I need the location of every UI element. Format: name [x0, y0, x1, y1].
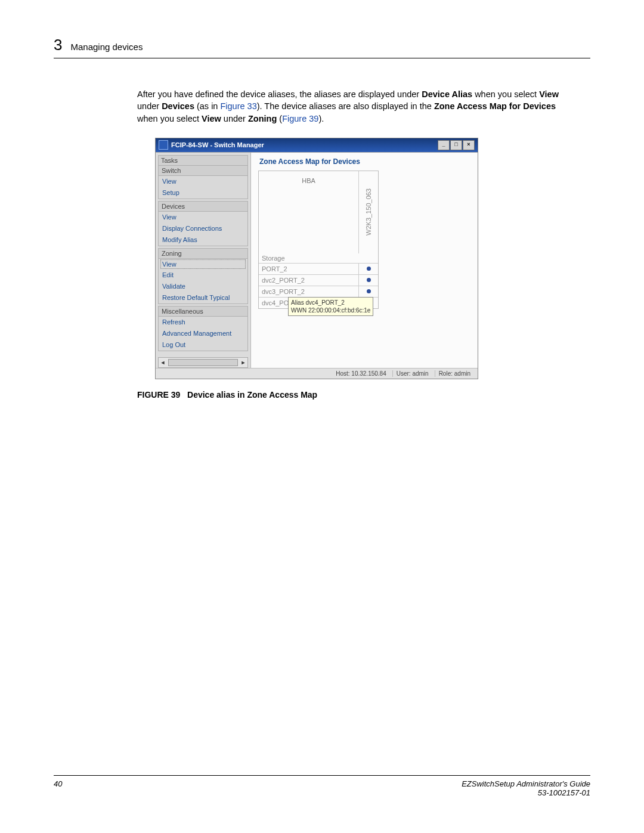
row-label: dvc2_PORT_2 [259, 275, 358, 286]
chapter-title: Managing devices [70, 42, 143, 52]
figure-title: Device alias in Zone Access Map [187, 390, 317, 400]
sidebar-item-edit[interactable]: Edit [159, 270, 247, 281]
page-header: 3 Managing devices [54, 36, 590, 58]
tooltip-alias: Alias dvc4_PORT_2 [291, 299, 370, 306]
sidebar-item-refresh[interactable]: Refresh [159, 317, 247, 328]
app-icon [159, 140, 168, 150]
sidebar-item-logout[interactable]: Log Out [159, 339, 247, 351]
zone-access-map: HBA W2K3_150_063 Storage PORT_2 dvc2_POR… [258, 171, 379, 309]
screenshot-window: FCIP-84-SW - Switch Manager _ □ × Tasks … [155, 138, 478, 379]
page-footer: 40 EZSwitchSetup Administrator's Guide 5… [54, 775, 590, 797]
text: under [137, 101, 162, 111]
text: ). [318, 114, 324, 123]
tooltip: Alias dvc4_PORT_2 WWN 22:00:00:04:cf:bd:… [288, 297, 373, 316]
text: (as in [194, 101, 221, 111]
figure-link-39[interactable]: Figure 39 [282, 114, 318, 123]
doc-number: 53-1002157-01 [462, 788, 590, 797]
text: when you select [472, 89, 539, 99]
dot-icon [367, 289, 371, 293]
text: when you select [137, 114, 202, 123]
status-role: Role: admin [435, 370, 474, 377]
sidebar-item-view[interactable]: View [159, 176, 247, 187]
sidebar-item-display-connections[interactable]: Display Connections [159, 223, 247, 234]
tooltip-wwn: WWN 22:00:00:04:cf:bd:6c:1e [291, 306, 370, 314]
sidebar-item-validate[interactable]: Validate [159, 281, 247, 292]
sidebar-item-restore-default[interactable]: Restore Default Typical [159, 292, 247, 304]
text: ). The device aliases are also displayed… [257, 101, 434, 111]
row-label: dvc3_PORT_2 [259, 286, 358, 297]
sidebar-item-setup[interactable]: Setup [159, 187, 247, 199]
text-bold: View [202, 114, 221, 123]
figure-link-33[interactable]: Figure 33 [220, 101, 256, 111]
hba-column-header: HBA [259, 171, 358, 253]
storage-label: Storage [259, 253, 378, 263]
window-titlebar[interactable]: FCIP-84-SW - Switch Manager _ □ × [156, 138, 478, 152]
status-user: User: admin [392, 370, 432, 377]
status-host: Host: 10.32.150.84 [332, 370, 390, 377]
body-paragraph: After you have defined the device aliase… [137, 88, 578, 125]
sidebar-item-advanced-management[interactable]: Advanced Management [159, 328, 247, 339]
chapter-number: 3 [54, 36, 62, 54]
group-header: Switch [159, 166, 247, 176]
text-bold: Zoning [248, 114, 277, 123]
status-bar: Host: 10.32.150.84 User: admin Role: adm… [156, 368, 478, 379]
scroll-right-icon[interactable]: ► [239, 360, 247, 366]
window-title: FCIP-84-SW - Switch Manager [171, 141, 264, 148]
figure-caption: FIGURE 39 Device alias in Zone Access Ma… [137, 390, 590, 400]
text: After you have defined the device aliase… [137, 89, 422, 99]
minimize-button[interactable]: _ [438, 140, 450, 150]
group-devices: Devices View Display Connections Modify … [158, 201, 248, 246]
tasks-label: Tasks [158, 155, 248, 165]
text-bold: View [539, 89, 559, 99]
panel-title: Zone Access Map for Devices [259, 157, 473, 166]
maximize-button[interactable]: □ [450, 140, 462, 150]
close-button[interactable]: × [463, 140, 475, 150]
zone-dot-cell[interactable] [358, 275, 378, 286]
dot-icon [367, 267, 371, 271]
scroll-left-icon[interactable]: ◄ [159, 360, 167, 366]
figure-label: FIGURE 39 [137, 390, 180, 400]
text-bold: Devices [162, 101, 194, 111]
gap [180, 390, 187, 400]
group-header: Devices [159, 202, 247, 212]
horizontal-scrollbar[interactable]: ◄ ► [158, 357, 248, 368]
group-misc: Miscellaneous Refresh Advanced Managemen… [158, 306, 248, 351]
zone-dot-cell[interactable] [358, 286, 378, 297]
page-number: 40 [54, 779, 62, 797]
scroll-thumb[interactable] [168, 359, 238, 366]
hba-device-label: W2K3_150_063 [365, 188, 372, 236]
row-label: PORT_2 [259, 264, 358, 274]
group-zoning: Zoning View Edit Validate Restore Defaul… [158, 248, 248, 304]
sidebar-item-view[interactable]: View [160, 259, 246, 269]
text-bold: Zone Access Map for Devices [434, 101, 556, 111]
group-header: Miscellaneous [159, 306, 247, 317]
text: ( [277, 114, 282, 123]
group-header: Zoning [159, 249, 247, 259]
sidebar-item-modify-alias[interactable]: Modify Alias [159, 234, 247, 246]
sidebar-item-view[interactable]: View [159, 212, 247, 223]
group-switch: Switch View Setup [158, 165, 248, 199]
dot-icon [367, 278, 371, 282]
zone-dot-cell[interactable] [358, 264, 378, 274]
main-panel: Zone Access Map for Devices HBA W2K3_150… [251, 153, 478, 368]
text-bold: Device Alias [422, 89, 472, 99]
table-row[interactable]: PORT_2 [259, 263, 378, 274]
text: under [221, 114, 248, 123]
table-row[interactable]: dvc2_PORT_2 [259, 274, 378, 286]
table-row[interactable]: dvc3_PORT_2 [259, 286, 378, 297]
tasks-sidebar: Tasks Switch View Setup Devices View Dis… [156, 153, 251, 368]
doc-title: EZSwitchSetup Administrator's Guide [462, 779, 590, 788]
